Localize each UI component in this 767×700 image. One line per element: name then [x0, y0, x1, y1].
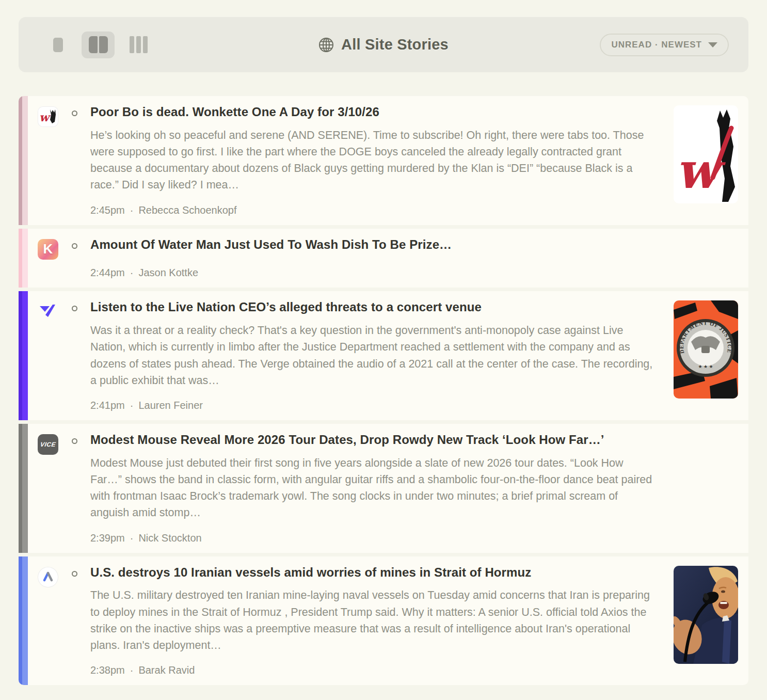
story-summary: He’s looking oh so peaceful and serene (…	[90, 127, 653, 194]
story-summary: Modest Mouse just debuted their first so…	[90, 455, 653, 521]
feed-accent-bar	[19, 96, 28, 225]
story-time: 2:38pm	[90, 664, 125, 676]
feed-accent-bar	[19, 424, 28, 553]
story-meta: 2:39pm · Nick Stockton	[90, 532, 738, 544]
three-column-icon	[130, 36, 148, 53]
story-title: U.S. destroys 10 Iranian vessels amid wo…	[90, 564, 645, 581]
story-time: 2:41pm	[90, 400, 125, 411]
story-thumbnail-trump-photo	[674, 566, 738, 664]
story-meta: 2:41pm · Lauren Feiner	[90, 400, 664, 411]
story-author: Nick Stockton	[138, 532, 201, 544]
meta-dot: ·	[130, 664, 134, 676]
single-column-icon	[53, 38, 63, 52]
view-split-button[interactable]	[82, 31, 115, 58]
toolbar: All Site Stories UNREAD · NEWEST	[19, 17, 748, 72]
story-time: 2:45pm	[90, 204, 125, 216]
svg-text:w: w	[39, 110, 51, 124]
unread-indicator	[72, 438, 77, 444]
wonkette-favicon: w	[38, 106, 58, 127]
story-thumbnail-doj-seal: DEPARTMENT OF JUSTICE ★ ★ ★	[674, 300, 738, 399]
story-time: 2:44pm	[90, 267, 125, 279]
page-title: All Site Stories	[341, 36, 449, 53]
story-title: Poor Bo is dead. Wonkette One A Day for …	[90, 104, 645, 120]
unread-indicator	[72, 110, 77, 116]
story-meta: 2:38pm · Barak Ravid	[90, 664, 664, 676]
story-author: Jason Kottke	[138, 267, 198, 279]
split-view-icon	[89, 36, 108, 53]
filter-dropdown[interactable]: UNREAD · NEWEST	[600, 34, 729, 56]
svg-text:★ ★ ★: ★ ★ ★	[698, 364, 713, 369]
meta-dot: ·	[130, 267, 134, 279]
vice-favicon: VICE	[38, 434, 58, 455]
kottke-favicon: K	[38, 239, 58, 260]
view-mode-toggles	[41, 31, 155, 58]
filter-dropdown-label: UNREAD · NEWEST	[611, 40, 702, 50]
unread-indicator	[72, 306, 77, 311]
story-meta: 2:44pm · Jason Kottke	[90, 267, 738, 279]
feed-accent-bar	[19, 229, 28, 288]
story-summary: Was it a threat or a reality check? That…	[90, 322, 653, 389]
story-list: w Poor Bo is dead. Wonkette One A Day fo…	[19, 96, 748, 685]
story-author: Rebecca Schoenkopf	[138, 204, 236, 216]
story-author: Lauren Feiner	[138, 400, 203, 411]
globe-icon	[318, 37, 334, 53]
story-author: Barak Ravid	[138, 664, 195, 676]
story-thumbnail-wonkette: w	[674, 105, 738, 203]
view-grid-button[interactable]	[122, 31, 155, 58]
feed-accent-bar	[19, 556, 28, 686]
story-title: Modest Mouse Reveal More 2026 Tour Dates…	[90, 432, 622, 448]
story-summary: The U.S. military destroyed ten Iranian …	[90, 587, 653, 654]
unread-indicator	[72, 243, 77, 249]
verge-favicon	[38, 301, 58, 322]
axios-favicon	[38, 567, 58, 587]
view-list-button[interactable]	[41, 31, 74, 58]
meta-dot: ·	[130, 204, 134, 216]
meta-dot: ·	[130, 400, 134, 411]
story-meta: 2:45pm · Rebecca Schoenkopf	[90, 204, 664, 216]
chevron-down-icon	[708, 42, 717, 47]
story-row-axios[interactable]: U.S. destroys 10 Iranian vessels amid wo…	[19, 556, 748, 686]
feed-accent-bar	[19, 291, 28, 420]
story-row-wonkette[interactable]: w Poor Bo is dead. Wonkette One A Day fo…	[19, 96, 748, 225]
unread-indicator	[72, 571, 77, 577]
story-title: Amount Of Water Man Just Used To Wash Di…	[90, 236, 645, 253]
story-time: 2:39pm	[90, 532, 125, 544]
story-row-vice[interactable]: VICE Modest Mouse Reveal More 2026 Tour …	[19, 424, 748, 553]
story-title: Listen to the Live Nation CEO’s alleged …	[90, 299, 645, 315]
story-row-verge[interactable]: Listen to the Live Nation CEO’s alleged …	[19, 291, 748, 420]
meta-dot: ·	[130, 532, 134, 544]
story-row-kottke[interactable]: K Amount Of Water Man Just Used To Wash …	[19, 229, 748, 288]
